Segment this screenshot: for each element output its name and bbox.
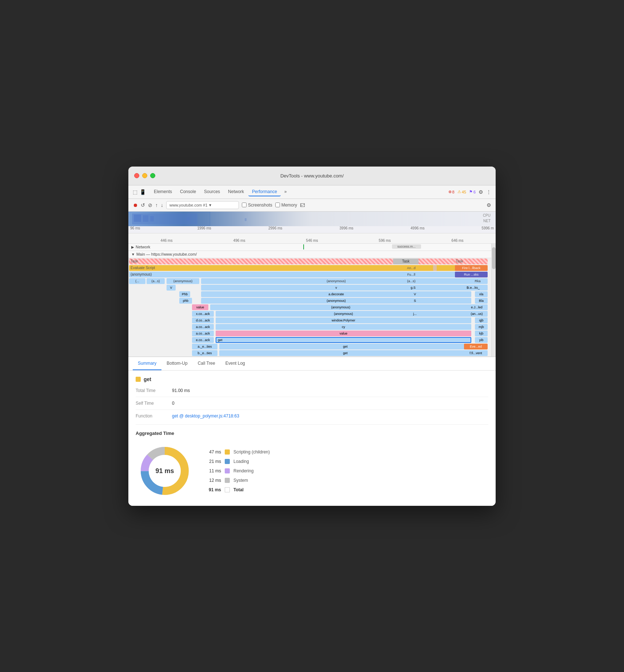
r8-rr1[interactable]: e.J...led xyxy=(466,304,488,310)
screenshots-checkbox[interactable] xyxy=(242,203,247,207)
r13-b2-selected[interactable]: get xyxy=(216,337,471,343)
task-block-3[interactable]: Task xyxy=(455,259,488,264)
r11-rr1[interactable]: mjb xyxy=(475,324,488,330)
full-block[interactable]: Fu...ll xyxy=(404,272,419,277)
r15-rr1[interactable]: f.fi...vent xyxy=(464,350,488,356)
toolbar-icons: ⊗ 8 ⚠ 45 ⚑ 6 ⚙ ⋮ xyxy=(448,189,492,195)
r10-rr1[interactable]: qjb xyxy=(475,317,488,323)
tab-event-log[interactable]: Event Log xyxy=(220,357,250,370)
inspect-icon[interactable]: ⬚ xyxy=(133,189,137,195)
settings-icon[interactable]: ⚙ xyxy=(479,189,483,195)
r4-rr1[interactable]: Rka xyxy=(468,278,488,284)
r10-b1[interactable]: d.co...ack xyxy=(192,317,214,323)
traffic-lights xyxy=(134,173,155,178)
memory-checkbox[interactable] xyxy=(275,203,280,207)
download-icon[interactable]: ↓ xyxy=(161,202,163,208)
and-block[interactable]: An...d xyxy=(404,265,419,271)
flamechart[interactable]: ▶ Network success.m... ▼ Main — https://… xyxy=(128,244,496,356)
r6-b2[interactable]: a.decorate xyxy=(201,291,471,297)
r6-b1[interactable]: Phb xyxy=(179,291,190,297)
r4-b2[interactable]: (a...s) xyxy=(147,278,165,284)
r14-rr1[interactable]: Eve...ed xyxy=(464,344,488,349)
r9-b2[interactable]: (anonymous) xyxy=(216,311,471,317)
r4-b1[interactable]: (... xyxy=(129,278,145,284)
r7-rr1[interactable]: Bla xyxy=(475,298,488,304)
tab-console[interactable]: Console xyxy=(176,188,200,196)
tab-call-tree[interactable]: Call Tree xyxy=(193,357,220,370)
r7-b2[interactable]: (anonymous) xyxy=(201,298,471,304)
r4-rl1: (a...s) xyxy=(407,279,415,283)
anonymous-block[interactable]: (anonymous) xyxy=(129,272,471,277)
donut-chart: 91 ms xyxy=(136,442,194,500)
r15-b1[interactable]: b._e...ties xyxy=(192,350,217,356)
tab-elements[interactable]: Elements xyxy=(150,188,176,196)
info-icon: ⚑ xyxy=(469,189,473,194)
fire-block[interactable]: Fire l...llback xyxy=(455,265,488,271)
small-block-1[interactable] xyxy=(433,265,437,271)
capture-icon[interactable]: 🗠 xyxy=(300,202,305,208)
r13-b1[interactable]: e.co...ack xyxy=(192,337,214,343)
r4-r1[interactable]: (a...s) xyxy=(404,278,419,284)
main-arrow[interactable]: ▼ xyxy=(131,252,135,256)
r6-rr1[interactable]: xla xyxy=(475,291,488,297)
memory-checkbox-group: Memory xyxy=(275,203,297,208)
r5-rr1[interactable]: $i.e...ks_ xyxy=(459,285,488,291)
r9-r1[interactable]: j... xyxy=(411,311,419,317)
close-button[interactable] xyxy=(134,173,139,178)
tab-summary[interactable]: Summary xyxy=(133,357,161,370)
record-icon[interactable]: ⏺ xyxy=(133,202,138,208)
run-block[interactable]: Run ...sks xyxy=(455,272,488,277)
flamechart-scrollbar[interactable] xyxy=(492,244,496,356)
device-icon[interactable]: 📱 xyxy=(140,189,146,195)
minimize-button[interactable] xyxy=(142,173,147,178)
total-label: Total xyxy=(233,487,244,492)
maximize-button[interactable] xyxy=(150,173,155,178)
refresh-icon[interactable]: ↺ xyxy=(141,202,145,208)
more-tabs[interactable]: » xyxy=(281,188,290,196)
r6-r1[interactable]: V xyxy=(411,291,419,297)
tab-network[interactable]: Network xyxy=(224,188,248,196)
evaluate-block[interactable]: Evaluate Script xyxy=(129,265,471,271)
upload-icon[interactable]: ↑ xyxy=(155,202,158,208)
r7-r1[interactable]: S xyxy=(411,298,419,304)
task-row-10: d.co...ack window.Polymer qjb xyxy=(128,317,491,324)
r14-b1[interactable]: a._e...ties xyxy=(192,344,217,349)
task-block-1[interactable]: Task xyxy=(129,259,471,264)
r8-b2[interactable]: (anonymous) xyxy=(210,304,471,310)
agg-title: Aggregated Time xyxy=(136,431,488,436)
function-link[interactable]: get @ desktop_polymer.js:4718:63 xyxy=(172,413,239,419)
r13-rr1[interactable]: yib xyxy=(475,337,488,343)
network-arrow[interactable]: ▶ xyxy=(131,245,134,249)
r5-b2[interactable]: v xyxy=(201,285,471,291)
r4-b3[interactable]: (anonymous) xyxy=(167,278,199,284)
url-bar[interactable]: www.youtube.com #1 ▾ xyxy=(166,201,239,209)
r10-b2[interactable]: window.Polymer xyxy=(216,317,471,323)
tab-bottom-up[interactable]: Bottom-Up xyxy=(161,357,192,370)
r4-b4[interactable]: (anonymous) xyxy=(201,278,471,284)
r12-rr1[interactable]: kjb xyxy=(475,331,488,336)
more-options-icon[interactable]: ⋮ xyxy=(486,189,491,195)
task-block-2[interactable]: Task xyxy=(393,259,419,264)
tab-performance[interactable]: Performance xyxy=(248,188,281,196)
r14-b2[interactable]: get xyxy=(219,344,471,349)
r12-b1[interactable]: a.co...ack xyxy=(192,331,214,336)
scripting-label: Scripting (children) xyxy=(233,449,270,455)
clear-icon[interactable]: ⊘ xyxy=(148,202,152,208)
r7-b1[interactable]: phb xyxy=(179,298,192,304)
flamechart-scrollbar-thumb[interactable] xyxy=(492,247,496,269)
r15-b2[interactable]: get xyxy=(219,350,471,356)
r8-b1[interactable]: value xyxy=(192,304,208,310)
r5-b1[interactable]: V xyxy=(167,285,176,291)
tab-sources[interactable]: Sources xyxy=(200,188,224,196)
minimap[interactable]: 96 ms 1996 ms 2996 ms 3996 ms 4996 ms 59… xyxy=(128,212,496,233)
task-row-12: a.co...ack value kjb xyxy=(128,330,491,337)
r11-b1[interactable]: a.co...ack xyxy=(192,324,214,330)
r11-b2[interactable]: cy xyxy=(216,324,471,330)
r12-b2[interactable]: value xyxy=(216,331,471,336)
r5-r1[interactable]: g.S xyxy=(408,285,419,291)
task-row-15: b._e...ties get f.fi...vent xyxy=(128,350,491,356)
settings2-icon[interactable]: ⚙ xyxy=(487,202,491,208)
r9-b1[interactable]: x.co...ack xyxy=(192,311,214,317)
network-label: Network xyxy=(136,245,150,249)
r9-rr1[interactable]: (an...us) xyxy=(466,311,488,317)
